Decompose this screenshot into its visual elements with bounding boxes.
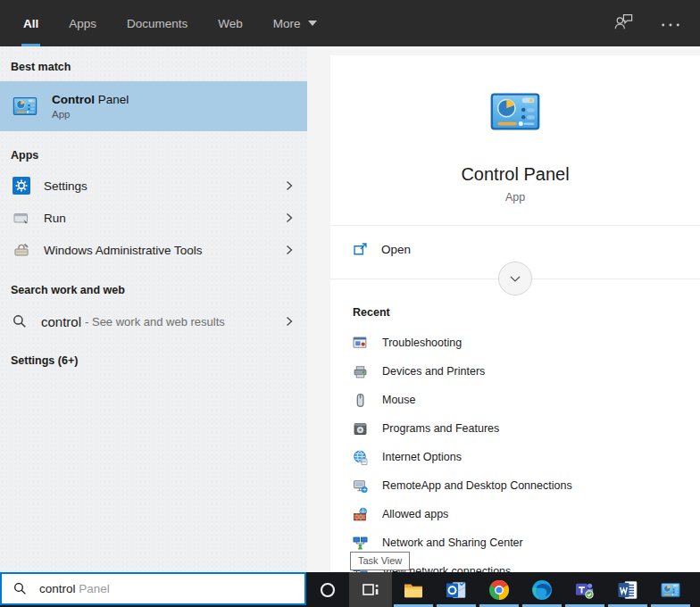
recent-item-label: Network and Sharing Center (382, 536, 523, 549)
recent-header: Recent (353, 306, 700, 319)
web-search-query: control (41, 314, 81, 329)
topbar-actions (586, 0, 700, 46)
filter-tabs: AllAppsDocumentsWebMore (21, 0, 346, 46)
taskbar (306, 572, 700, 607)
chevron-right-icon (284, 245, 295, 255)
app-result-label: Windows Administrative Tools (44, 244, 203, 257)
preview-subtitle: App (330, 191, 700, 204)
recent-item-internet-options[interactable]: Internet Options (353, 443, 700, 471)
chevron-right-icon (284, 316, 295, 327)
search-filter-bar: AllAppsDocumentsWebMore (0, 0, 700, 46)
word-icon (617, 579, 638, 601)
settings-section-header: Settings (6+) (0, 338, 307, 375)
recent-item-allowed-apps[interactable]: Allowed apps (353, 500, 700, 528)
apps-section-header: Apps (0, 131, 307, 170)
recent-item-mouse[interactable]: Mouse (353, 386, 700, 414)
tab-label: Apps (69, 17, 96, 30)
admin-tools-icon (12, 241, 30, 259)
best-match-title: Control Panel (52, 93, 129, 106)
control-panel-icon (488, 127, 543, 142)
apps-list: SettingsRunWindows Administrative Tools (0, 170, 307, 266)
expand-results-button[interactable] (498, 262, 532, 295)
preview-title: Control Panel (330, 164, 700, 185)
recent-section: Recent TroubleshootingDevices and Printe… (330, 279, 700, 586)
recent-list: TroubleshootingDevices and PrintersMouse… (353, 328, 700, 586)
search-icon (13, 582, 27, 595)
control-panel-icon (660, 579, 681, 601)
best-match-title-rest: Panel (95, 93, 129, 106)
chevron-right-icon (284, 180, 295, 191)
search-typed-text: control (39, 582, 76, 595)
tab-all[interactable]: All (21, 0, 40, 46)
search-input-text: control Panel (39, 582, 110, 595)
taskbar-button-task-view[interactable] (349, 572, 392, 607)
best-match-texts: Control Panel App (52, 93, 129, 120)
outlook-icon (446, 579, 467, 601)
programs-features-icon (353, 421, 368, 437)
taskbar-button-cortana[interactable] (306, 572, 349, 607)
app-result-label: Settings (44, 179, 88, 193)
recent-item-troubleshooting[interactable]: Troubleshooting (353, 328, 700, 357)
taskbar-button-file-explorer[interactable] (392, 572, 435, 607)
recent-item-devices-and-printers[interactable]: Devices and Printers (353, 357, 700, 386)
recent-item-label: Allowed apps (382, 508, 448, 520)
open-external-icon (353, 242, 368, 257)
web-search-suffix: - See work and web results (85, 315, 225, 328)
panel-gutter (307, 46, 330, 572)
internet-options-icon (353, 450, 368, 465)
recent-item-label: RemoteApp and Desktop Connections (382, 479, 572, 492)
taskbar-button-chrome[interactable] (478, 572, 521, 607)
tab-documents[interactable]: Documents (125, 0, 189, 46)
preview-panel: Control Panel App Open Recent Troublesho… (330, 46, 700, 572)
web-search-result[interactable]: control - See work and web results (0, 304, 307, 338)
recent-item-remoteapp-and-desktop-connections[interactable]: RemoteApp and Desktop Connections (353, 471, 700, 500)
teams-icon (574, 579, 596, 601)
mouse-icon (353, 393, 368, 408)
app-result-label: Run (44, 212, 66, 225)
recent-item-label: Devices and Printers (382, 365, 485, 378)
bottom-bar: control Panel (0, 572, 700, 607)
results-list-panel: Best match Control Panel App Apps Settin… (0, 46, 307, 572)
app-result-settings[interactable]: Settings (0, 170, 307, 202)
control-panel-icon (12, 93, 38, 120)
taskbar-button-outlook[interactable] (435, 572, 478, 607)
open-button-label: Open (381, 243, 411, 256)
remoteapp-icon (353, 478, 368, 494)
windows-search-flyout: AllAppsDocumentsWebMore Best match Contr… (0, 0, 700, 607)
cortana-icon (319, 581, 337, 599)
recent-item-programs-and-features[interactable]: Programs and Features (353, 414, 700, 443)
file-explorer-icon (403, 579, 424, 601)
app-result-run[interactable]: Run (0, 202, 307, 234)
chrome-icon (488, 579, 510, 601)
actions-section: Open (330, 225, 700, 279)
app-result-windows-administrative-tools[interactable]: Windows Administrative Tools (0, 234, 307, 266)
user-feedback-icon[interactable] (612, 12, 634, 35)
tab-label: Documents (127, 17, 188, 30)
troubleshooting-icon (353, 336, 368, 351)
tab-apps[interactable]: Apps (67, 0, 98, 46)
best-match-title-bold: Control (52, 93, 95, 106)
taskbar-button-control-panel[interactable] (649, 572, 692, 607)
tab-label: Web (218, 17, 243, 30)
network-sharing-icon (353, 536, 368, 551)
tab-web[interactable]: Web (216, 0, 245, 46)
caret-down-icon (308, 21, 317, 26)
settings-gear-icon (12, 177, 30, 195)
taskbar-button-teams[interactable] (563, 572, 606, 607)
taskbar-button-word[interactable] (606, 572, 649, 607)
recent-item-label: Mouse (382, 394, 416, 406)
taskbar-search-input[interactable]: control Panel (0, 572, 306, 605)
tab-more[interactable]: More (271, 0, 319, 46)
edge-icon (531, 579, 553, 601)
ellipsis-icon[interactable] (661, 15, 680, 31)
devices-printers-icon (353, 364, 368, 379)
best-match-result-control-panel[interactable]: Control Panel App (0, 81, 307, 131)
search-work-web-header: Search work and web (0, 266, 307, 304)
tab-label: All (23, 17, 38, 30)
taskbar-button-edge[interactable] (521, 572, 563, 607)
preview-hero: Control Panel App (330, 55, 700, 204)
open-button[interactable]: Open (353, 242, 460, 257)
search-suggestion-text: Panel (76, 582, 110, 595)
recent-item-label: Internet Options (382, 451, 462, 463)
run-window-icon (12, 209, 30, 227)
